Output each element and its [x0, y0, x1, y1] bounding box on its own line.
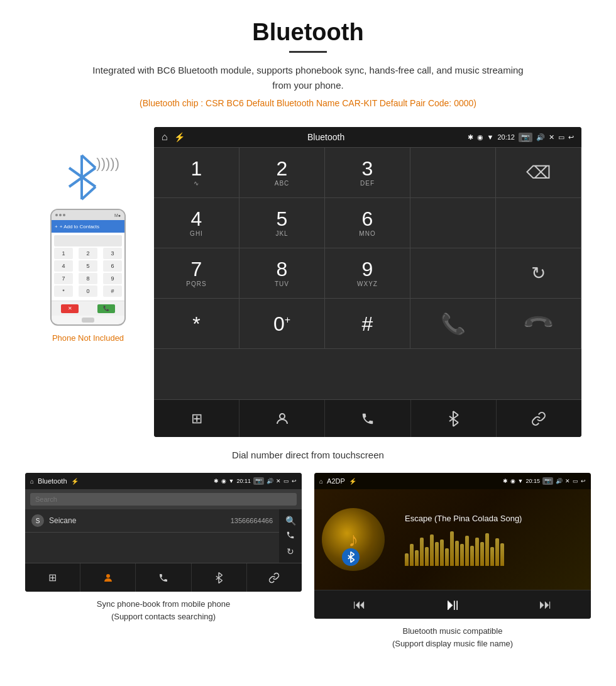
pb-vol-icon: 🔊: [267, 478, 273, 484]
phone-key-4[interactable]: 4: [54, 260, 73, 272]
phonebook-search-area: [25, 489, 302, 509]
phonebook-search-input[interactable]: [30, 493, 297, 506]
pb-home-icon[interactable]: ⌂: [30, 478, 34, 485]
nav-link[interactable]: [497, 400, 581, 437]
phone-key-8[interactable]: 8: [79, 273, 97, 284]
phonebook-caption-line1: Sync phone-book from mobile phone: [97, 598, 230, 611]
phone-key-3[interactable]: 3: [103, 248, 122, 259]
prev-track-btn[interactable]: ⏮: [353, 597, 366, 612]
dial-key-0[interactable]: 0+: [239, 299, 325, 349]
music-close-icon[interactable]: ✕: [565, 478, 570, 484]
pb-refresh-icon[interactable]: ↻: [287, 546, 294, 556]
pb-nav-link[interactable]: [247, 563, 302, 592]
dial-key-9[interactable]: 9WXYZ: [325, 248, 410, 299]
phone-key-9[interactable]: 9: [103, 273, 122, 284]
phone-call-btn[interactable]: 📞: [97, 304, 115, 313]
dial-key-7[interactable]: 7PQRS: [154, 248, 239, 299]
phonebook-caption-line2: (Support contacts searching): [97, 611, 230, 623]
next-track-btn[interactable]: ⏭: [539, 597, 552, 612]
wave-bar: [435, 542, 439, 566]
phonebook-list: S Seicane 13566664466: [25, 509, 279, 563]
page-title: Bluetooth: [13, 19, 603, 46]
pb-rect-icon[interactable]: ▭: [283, 478, 289, 484]
music-waveform: [405, 528, 583, 566]
car-screen-dialpad: ⌂ ⚡ Bluetooth ✱ ◉ ▼ 20:12 📷 🔊 ✕ ▭ ↩ 1∿: [154, 127, 581, 437]
wave-bar: [450, 531, 454, 566]
pb-time: 20:11: [236, 478, 251, 484]
phone-key-hash[interactable]: #: [103, 285, 122, 297]
pb-close-icon[interactable]: ✕: [276, 478, 281, 484]
dial-cell-empty-2: [410, 198, 496, 248]
dial-key-2[interactable]: 2ABC: [239, 148, 325, 198]
phone-carrier: M●: [114, 213, 121, 218]
dial-key-call[interactable]: 📞: [410, 299, 496, 349]
pb-nav-bluetooth[interactable]: [192, 563, 247, 592]
phone-key-7[interactable]: 7: [54, 273, 73, 284]
location-icon: ◉: [477, 133, 483, 141]
nav-bluetooth[interactable]: [411, 400, 497, 437]
phone-key-2[interactable]: 2: [79, 248, 97, 259]
wave-bar: [405, 553, 409, 566]
contact-name: Seicane: [49, 516, 231, 525]
phonebook-screen: ⌂ Bluetooth ⚡ ✱ ◉ ▼ 20:11 📷 🔊 ✕ ▭ ↩: [25, 473, 302, 592]
dial-key-1[interactable]: 1∿: [154, 148, 239, 198]
music-rect-icon[interactable]: ▭: [573, 478, 578, 484]
music-screen: ⌂ A2DP ⚡ ✱ ◉ ▼ 20:15 📷 🔊 ✕ ▭ ↩: [314, 473, 591, 619]
pb-nav-contacts[interactable]: [80, 563, 136, 592]
wave-bar: [475, 538, 479, 566]
wave-bar: [485, 533, 489, 566]
pb-back-icon[interactable]: ↩: [292, 478, 297, 484]
phone-mockup: M● + + Add to Contacts 1 2 3 4 5 6: [50, 209, 126, 326]
nav-contacts[interactable]: [239, 400, 325, 437]
music-note-icon: ♪: [348, 528, 358, 551]
pb-nav-phone[interactable]: [136, 563, 191, 592]
pb-search-icon[interactable]: 🔍: [285, 516, 296, 526]
volume-icon: 🔊: [536, 133, 545, 141]
music-status-left: ⌂ A2DP ⚡: [319, 477, 356, 485]
music-cam-icon: 📷: [542, 477, 553, 485]
phone-home-btn[interactable]: [82, 318, 94, 323]
pb-sig-icon: ▼: [229, 478, 234, 484]
phone-top-bar: M●: [52, 210, 124, 220]
dial-key-end[interactable]: 📞: [496, 299, 581, 349]
phone-key-5[interactable]: 5: [79, 260, 97, 272]
dial-key-hash[interactable]: #: [325, 299, 410, 349]
window-icon[interactable]: ▭: [558, 133, 564, 141]
phone-key-0[interactable]: 0: [79, 285, 97, 297]
phone-key-1[interactable]: 1: [54, 248, 73, 259]
wave-bar: [480, 542, 484, 566]
music-caption-line2: (Support display music file name): [392, 638, 513, 650]
phone-end-btn[interactable]: ✕: [61, 304, 79, 313]
back-icon[interactable]: ↩: [568, 133, 574, 141]
status-right: ✱ ◉ ▼ 20:12 📷 🔊 ✕ ▭ ↩: [468, 133, 574, 142]
music-home-icon[interactable]: ⌂: [319, 478, 323, 485]
dial-key-star[interactable]: *: [154, 299, 239, 349]
close-icon[interactable]: ✕: [549, 133, 554, 141]
home-icon[interactable]: ⌂: [162, 131, 168, 143]
music-back-icon[interactable]: ↩: [581, 478, 586, 484]
dial-key-8[interactable]: 8TUV: [239, 248, 325, 299]
dial-key-3[interactable]: 3DEF: [325, 148, 410, 198]
play-pause-btn[interactable]: ⏯: [444, 595, 461, 614]
dial-cell-empty-4: [410, 248, 496, 299]
wave-bar: [470, 546, 474, 566]
nav-dialpad[interactable]: ⊞: [154, 400, 239, 437]
pb-status-right: ✱ ◉ ▼ 20:11 📷 🔊 ✕ ▭ ↩: [214, 477, 297, 485]
pb-status-bar: ⌂ Bluetooth ⚡ ✱ ◉ ▼ 20:11 📷 🔊 ✕ ▭ ↩: [25, 473, 302, 489]
dial-key-5[interactable]: 5JKL: [239, 198, 325, 248]
nav-phone[interactable]: [325, 400, 410, 437]
dial-key-refresh[interactable]: ↻: [496, 248, 581, 299]
phone-key-6[interactable]: 6: [103, 260, 122, 272]
pb-call-icon[interactable]: [286, 531, 295, 541]
contact-row[interactable]: S Seicane 13566664466: [25, 509, 279, 533]
title-divider: [289, 51, 327, 53]
dial-key-backspace[interactable]: ⌫: [496, 148, 581, 198]
phone-keypad-row-1: 1 2 3: [54, 248, 122, 259]
phone-key-star[interactable]: *: [54, 285, 73, 297]
pb-nav-dialpad[interactable]: ⊞: [25, 563, 80, 592]
music-bt-icon: ✱: [503, 478, 508, 484]
dial-key-4[interactable]: 4GHI: [154, 198, 239, 248]
song-title: Escape (The Pina Colada Song): [405, 514, 583, 523]
dial-key-6[interactable]: 6MNO: [325, 198, 410, 248]
status-center-title: Bluetooth: [307, 132, 344, 142]
